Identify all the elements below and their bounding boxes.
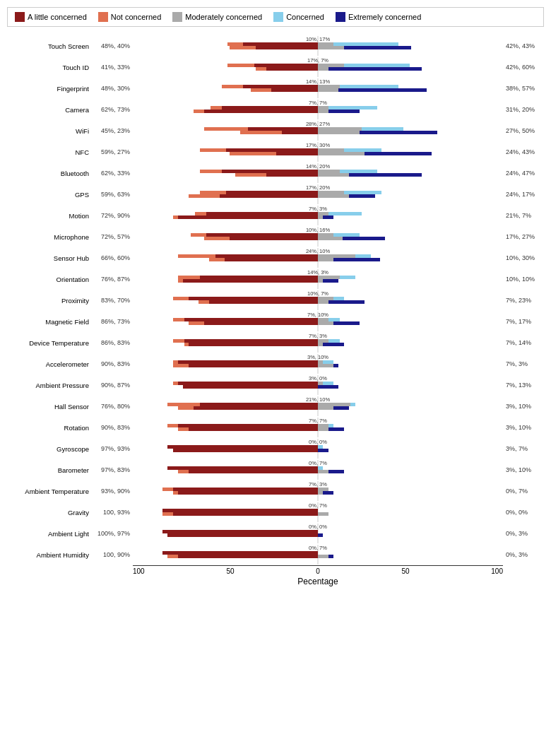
axis-50-left: 50 bbox=[226, 567, 234, 575]
sensor-label: Barometer bbox=[7, 466, 92, 474]
bar-right-extremely-bot bbox=[333, 406, 349, 410]
bars-area: 14%, 3% bbox=[133, 269, 503, 289]
bars-area: 7%, 3% bbox=[133, 206, 503, 225]
pct-left: 100, 90% bbox=[92, 551, 133, 558]
bar-right-extremely-bot bbox=[328, 427, 344, 431]
legend-box-extremely bbox=[336, 12, 345, 22]
pct-left: 62%, 73% bbox=[92, 106, 133, 113]
bars-area: 10%, 16% bbox=[133, 227, 503, 247]
center-pct-label: 14%, 3% bbox=[307, 269, 328, 276]
pct-right: 24%, 17% bbox=[503, 191, 544, 198]
bar-left-alittle-bot bbox=[271, 88, 318, 92]
pct-left: 100, 93% bbox=[92, 509, 133, 516]
legend-not: Not concerned bbox=[98, 12, 162, 22]
pct-left: 48%, 40% bbox=[92, 42, 133, 49]
bar-right-moderate-bot bbox=[318, 88, 338, 92]
bars-area: 14%, 13% bbox=[133, 78, 503, 98]
center-pct-label: 7%, 3% bbox=[309, 206, 327, 212]
sensor-row: Orientation76%, 87%14%, 3%10%, 10% bbox=[7, 269, 544, 289]
pct-left: 97%, 93% bbox=[92, 445, 133, 452]
center-pct-label: 10%, 16% bbox=[306, 227, 330, 233]
pct-left: 76%, 80% bbox=[92, 403, 133, 410]
bar-left-alittle-bot bbox=[194, 406, 318, 410]
bar-right-extremely-bot bbox=[344, 46, 411, 49]
bar-right-moderate-bot bbox=[318, 491, 323, 495]
bar-right-extremely-bot bbox=[328, 555, 333, 558]
bar-right-extremely-bot bbox=[333, 258, 380, 261]
bars-area: 17%, 20% bbox=[133, 184, 503, 204]
pct-right: 3%, 7% bbox=[503, 445, 544, 452]
bar-left-alittle-bot bbox=[266, 173, 318, 177]
bar-right-extremely-bot bbox=[328, 300, 365, 304]
bar-left-not-bot bbox=[256, 67, 266, 71]
bar-right-extremely-bot bbox=[323, 343, 345, 346]
sensor-label: Ambient Light bbox=[7, 530, 92, 538]
sensor-label: Accelerometer bbox=[7, 360, 92, 368]
bar-left-not-bot bbox=[230, 46, 256, 49]
sensor-row: WiFi45%, 23%28%, 27%27%, 50% bbox=[7, 121, 544, 141]
bars-area: 24%, 10% bbox=[133, 248, 503, 268]
sensor-label: Sensor Hub bbox=[7, 254, 92, 262]
bar-left-not-bot bbox=[173, 491, 178, 495]
bars-area: 7%, 10% bbox=[133, 312, 503, 331]
bars-area: 10%, 17% bbox=[133, 36, 503, 56]
pct-right: 0%, 3% bbox=[503, 530, 544, 537]
bar-left-alittle-bot bbox=[230, 237, 318, 240]
sensor-row: Touch Screen48%, 40%10%, 17%42%, 43% bbox=[7, 36, 544, 56]
center-pct-label: 14%, 20% bbox=[306, 163, 330, 170]
center-pct-label: 24%, 10% bbox=[306, 248, 330, 254]
bar-left-not-bot bbox=[189, 194, 220, 198]
pct-left: 48%, 30% bbox=[92, 85, 133, 92]
bar-left-not-bot bbox=[178, 470, 189, 473]
bar-left-not-bot bbox=[194, 110, 204, 113]
bar-left-alittle-bot bbox=[178, 215, 318, 219]
x-axis-title: Pecentage bbox=[133, 577, 503, 586]
legend-label-extremely: Extremely concerned bbox=[348, 13, 421, 21]
legend-box-moderate bbox=[172, 12, 182, 22]
bar-left-not-bot bbox=[178, 427, 189, 431]
pct-right: 0%, 3% bbox=[503, 551, 544, 558]
bars-area: 17%, 7% bbox=[133, 57, 503, 77]
legend-label-alittle: A little concerned bbox=[28, 13, 87, 21]
sensor-row: Proximity83%, 70%10%, 7%7%, 23% bbox=[7, 290, 544, 310]
sensor-label: Rotation bbox=[7, 424, 92, 432]
bar-left-not-top bbox=[173, 297, 189, 300]
center-pct-label: 14%, 13% bbox=[306, 78, 330, 85]
bar-left-not-bot bbox=[173, 364, 189, 367]
center-pct-label: 10%, 7% bbox=[307, 290, 328, 297]
sensor-row: Motion72%, 90%7%, 3%21%, 7% bbox=[7, 206, 544, 225]
bar-left-alittle-bot bbox=[276, 152, 318, 155]
pct-right: 24%, 47% bbox=[503, 170, 544, 177]
sensor-row: Magnetic Field86%, 73%7%, 10%7%, 17% bbox=[7, 312, 544, 331]
sensor-row: Camera62%, 73%7%, 7%31%, 20% bbox=[7, 100, 544, 119]
sensor-label: Motion bbox=[7, 212, 92, 220]
bars-area: 7%, 3% bbox=[133, 333, 503, 353]
sensor-row: Gyroscope97%, 93%0%, 0%3%, 7% bbox=[7, 439, 544, 459]
pct-right: 10%, 30% bbox=[503, 254, 544, 261]
bar-left-not-bot bbox=[184, 343, 189, 346]
center-pct-label: 10%, 17% bbox=[306, 36, 330, 42]
sensor-label: Orientation bbox=[7, 276, 92, 283]
bar-right-extremely-bot bbox=[349, 173, 422, 177]
pct-right: 17%, 27% bbox=[503, 233, 544, 240]
bar-left-not-bot bbox=[173, 215, 178, 219]
pct-right: 27%, 50% bbox=[503, 127, 544, 134]
legend-box-concerned bbox=[273, 12, 283, 22]
bar-left-alittle-bot bbox=[189, 427, 318, 431]
legend-extremely: Extremely concerned bbox=[336, 12, 421, 22]
bars-area: 28%, 27% bbox=[133, 121, 503, 141]
sensor-label: Ambient Humidity bbox=[7, 551, 92, 559]
bar-left-not-bot bbox=[199, 300, 209, 304]
bars-area: 14%, 20% bbox=[133, 163, 503, 183]
bar-left-not-bot bbox=[235, 173, 266, 177]
sensor-row: Barometer97%, 83%0%, 7%3%, 10% bbox=[7, 460, 544, 480]
bar-right-extremely-bot bbox=[343, 237, 384, 240]
bar-right-moderate-bot bbox=[318, 470, 328, 473]
legend-box-not bbox=[98, 12, 108, 22]
sensor-label: WiFi bbox=[7, 127, 92, 135]
bar-left-not-top bbox=[200, 148, 226, 152]
bar-left-not-top bbox=[227, 64, 254, 67]
bar-right-concerned-top bbox=[328, 212, 361, 215]
bar-right-moderate-bot bbox=[318, 343, 323, 346]
bars-area: 21%, 10% bbox=[133, 396, 503, 416]
